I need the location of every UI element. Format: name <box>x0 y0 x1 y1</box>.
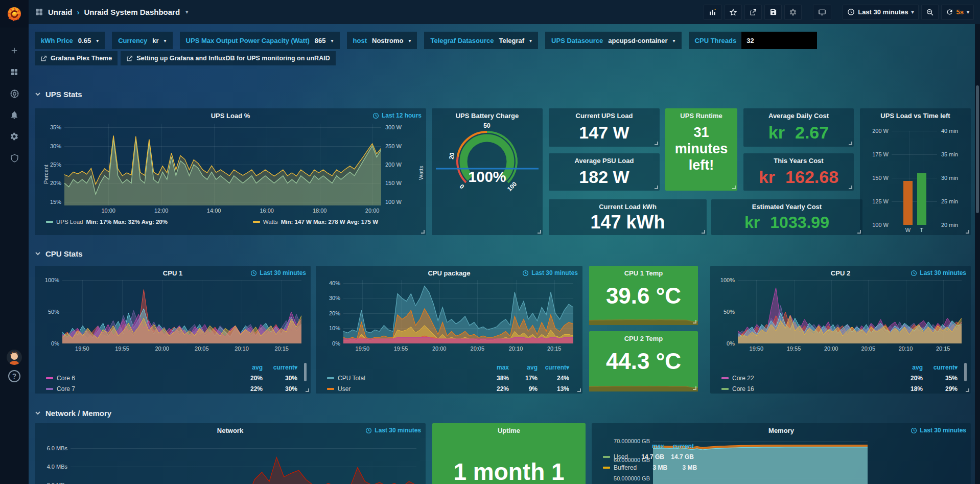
grafana-logo[interactable] <box>0 0 29 28</box>
variable-host[interactable]: host Nostromo ▾ <box>347 32 417 49</box>
panel-resize-handle[interactable] <box>732 186 736 189</box>
breadcrumb-folder[interactable]: Unraid <box>48 8 73 16</box>
variable-kwh-price[interactable]: kWh Price 0.65 ▾ <box>35 32 105 49</box>
panel-title[interactable]: Estimated Yearly Cost <box>711 203 862 211</box>
panel-time-range[interactable]: Last 30 minutes <box>522 269 578 276</box>
section-cpu-stats[interactable]: CPU Stats <box>35 248 83 259</box>
panel-title[interactable]: Current UPS Load <box>549 112 660 120</box>
panel-resize-handle[interactable] <box>849 142 852 145</box>
page-scrollbar-thumb[interactable] <box>976 85 979 213</box>
panel-resize-handle[interactable] <box>693 320 696 324</box>
dashboard-settings-button[interactable] <box>784 5 802 20</box>
panel-resize-handle[interactable] <box>693 386 696 390</box>
time-range-picker[interactable]: Last 30 minutes ▾ <box>843 5 918 20</box>
battery-gauge[interactable]: 02050100 <box>432 122 543 198</box>
breadcrumb-dashboard-title[interactable]: Unraid System Dashboard <box>84 8 180 16</box>
add-panel-button[interactable] <box>704 5 722 20</box>
legend-scrollbar[interactable] <box>964 363 967 381</box>
section-network-memory[interactable]: Network / Memory <box>35 407 111 419</box>
network-chart[interactable] <box>71 437 416 484</box>
panel-resize-handle[interactable] <box>857 230 861 234</box>
y-axis-labels: 0%50%100% <box>40 280 62 343</box>
legend-header-avg[interactable]: avg <box>509 364 538 371</box>
panel-resize-handle[interactable] <box>966 230 969 234</box>
panel-resize-handle[interactable] <box>577 388 581 392</box>
dashboards-icon[interactable] <box>0 62 29 82</box>
panel-resize-handle[interactable] <box>538 230 541 234</box>
panel-resize-handle[interactable] <box>702 230 705 234</box>
breadcrumb-caret-icon[interactable]: ▾ <box>185 9 189 15</box>
legend-scrollbar[interactable] <box>304 363 307 381</box>
admin-shield-icon[interactable] <box>0 148 29 168</box>
legend-header-avg[interactable]: avg <box>891 364 923 371</box>
legend-series-used[interactable]: Used <box>603 453 634 460</box>
legend-marker <box>721 377 729 379</box>
link-ups-monitoring-guide[interactable]: Setting up Grafana and InfluxDB for UPS … <box>121 51 335 65</box>
legend-header-current[interactable]: current▾ <box>538 364 569 371</box>
panel-resize-handle[interactable] <box>421 230 425 234</box>
panel-time-range[interactable]: Last 12 hours <box>372 112 422 119</box>
ups-load-chart[interactable] <box>64 124 381 205</box>
panel-resize-handle[interactable] <box>306 388 309 392</box>
legend-series-core16[interactable]: Core 16 <box>721 385 891 393</box>
legend-series-user[interactable]: User <box>327 385 477 393</box>
save-button[interactable] <box>764 5 782 20</box>
configuration-gear-icon[interactable] <box>0 127 29 146</box>
create-plus-icon[interactable] <box>0 41 29 60</box>
share-button[interactable] <box>744 5 762 20</box>
panel-title[interactable]: This Years Cost <box>743 157 854 165</box>
panel-resize-handle[interactable] <box>849 186 852 189</box>
variable-telegraf-datasource[interactable]: Telegraf Datasource Telegraf ▾ <box>424 32 538 49</box>
alerting-bell-icon[interactable] <box>0 105 29 125</box>
page-scrollbar[interactable] <box>975 24 980 484</box>
panel-time-range[interactable]: Last 30 minutes <box>365 427 421 434</box>
legend-header-current[interactable]: current <box>664 443 694 450</box>
legend-series-buffered[interactable]: Buffered <box>603 464 637 471</box>
explore-icon[interactable] <box>0 84 29 103</box>
panel-resize-handle[interactable] <box>655 186 658 189</box>
refresh-button[interactable]: 5s ▾ <box>941 5 974 20</box>
cpu-threads-input[interactable] <box>741 32 817 49</box>
cpu2-chart[interactable] <box>738 280 962 343</box>
panel-resize-handle[interactable] <box>966 388 969 392</box>
panel-title[interactable]: UPS Load % <box>35 112 426 120</box>
panel-time-range[interactable]: Last 30 minutes <box>911 269 966 276</box>
legend-series-core7[interactable]: Core 7 <box>46 385 231 393</box>
legend-header-current[interactable]: current▾ <box>923 364 958 371</box>
panel-title[interactable]: UPS Battery Charge <box>432 112 543 120</box>
cpu-package-chart[interactable] <box>343 280 573 343</box>
legend-series-core22[interactable]: Core 22 <box>721 375 891 382</box>
panel-title[interactable]: Uptime <box>432 427 586 434</box>
panel-title[interactable]: UPS Runtime <box>665 112 737 120</box>
panel-title[interactable]: Average Daily Cost <box>743 112 854 120</box>
variable-currency[interactable]: Currency kr ▾ <box>112 32 172 49</box>
cpu1-chart[interactable] <box>62 280 301 343</box>
link-grafana-plex-theme[interactable]: Grafana Plex Theme <box>35 51 118 65</box>
panel-title[interactable]: CPU 1 Temp <box>589 269 698 277</box>
legend-series-core6[interactable]: Core 6 <box>46 375 231 382</box>
panel-time-range[interactable]: Last 30 minutes <box>911 427 966 434</box>
variable-ups-datasource[interactable]: UPS Datasource apcupsd-container ▾ <box>545 32 681 49</box>
legend-header-avg[interactable]: avg <box>231 364 263 371</box>
legend-header-max[interactable]: max <box>477 364 509 371</box>
user-avatar[interactable] <box>7 350 22 365</box>
legend-header-max[interactable]: max <box>634 443 664 450</box>
tv-cycle-button[interactable] <box>813 5 831 20</box>
legend-series-cpu-total[interactable]: CPU Total <box>327 375 477 382</box>
help-icon[interactable]: ? <box>8 370 20 382</box>
panel-title[interactable]: Current Load kWh <box>549 203 707 211</box>
legend-item-watts[interactable]: Watts Min: 147 W Max: 278 W Avg: 175 W <box>253 219 378 225</box>
panel-title[interactable]: UPS Load vs Time left <box>860 112 971 120</box>
panel-title[interactable]: Average PSU Load <box>549 157 660 165</box>
section-ups-stats[interactable]: UPS Stats <box>35 88 82 100</box>
legend-item-ups-load[interactable]: UPS Load Min: 17% Max: 32% Avg: 20% <box>46 219 168 225</box>
legend-header-current[interactable]: current▾ <box>263 364 297 371</box>
star-button[interactable] <box>725 5 742 20</box>
ups-vs-time-bar-chart[interactable] <box>892 131 937 225</box>
zoom-out-button[interactable] <box>921 5 939 20</box>
dashboard-grid-icon[interactable] <box>35 8 43 16</box>
variable-ups-max-output[interactable]: UPS Max Output Power Capacity (Watt) 865… <box>180 32 340 49</box>
panel-time-range[interactable]: Last 30 minutes <box>250 269 306 276</box>
panel-title[interactable]: CPU 2 Temp <box>589 335 698 342</box>
panel-resize-handle[interactable] <box>655 142 658 145</box>
